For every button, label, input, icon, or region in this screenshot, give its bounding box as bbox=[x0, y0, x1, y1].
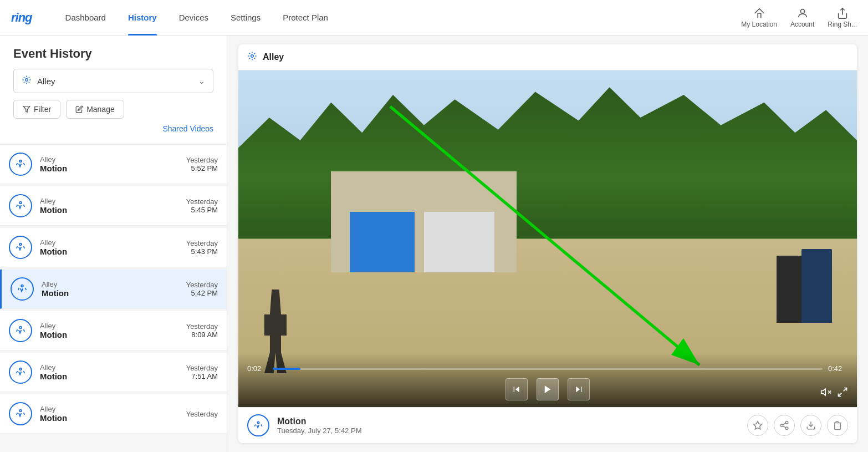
event-item-3[interactable]: Alley Motion Yesterday 5:43 PM bbox=[0, 228, 227, 267]
sidebar-header: Event History Alley ⌄ Filter Manage Shar… bbox=[0, 35, 227, 145]
logo[interactable]: ring bbox=[11, 11, 32, 25]
fullscreen-button[interactable] bbox=[837, 387, 848, 400]
svg-marker-14 bbox=[515, 387, 519, 393]
video-controls: 0:02 0:42 bbox=[238, 353, 857, 407]
current-time: 0:02 bbox=[247, 364, 267, 373]
event-icon-circle-5 bbox=[9, 319, 32, 342]
event-icon-circle-2 bbox=[9, 194, 32, 217]
svg-point-9 bbox=[19, 368, 22, 370]
event-info-4: Alley Motion bbox=[42, 280, 186, 298]
svg-point-10 bbox=[19, 410, 22, 412]
svg-point-5 bbox=[19, 202, 22, 204]
event-time-col-7: Yesterday bbox=[186, 410, 218, 418]
event-date-2: Yesterday bbox=[186, 197, 218, 206]
event-type-7: Motion bbox=[40, 413, 186, 423]
chevron-down-icon: ⌄ bbox=[198, 77, 205, 85]
video-footer-date: Tuesday, July 27, 5:42 PM bbox=[277, 426, 747, 435]
nav-settings[interactable]: Settings bbox=[219, 0, 272, 35]
play-button[interactable] bbox=[537, 378, 559, 400]
event-time-col-6: Yesterday 7:51 AM bbox=[186, 364, 218, 380]
account-label: Account bbox=[790, 21, 814, 28]
mute-button[interactable] bbox=[820, 387, 831, 400]
event-info-7: Alley Motion bbox=[40, 405, 186, 423]
garbage-bin-2 bbox=[801, 249, 833, 323]
video-container[interactable]: 0:02 0:42 bbox=[238, 70, 857, 407]
svg-line-23 bbox=[839, 393, 842, 397]
video-card: Alley bbox=[238, 44, 857, 443]
event-date-4: Yesterday bbox=[186, 281, 218, 289]
event-time-5: 8:09 AM bbox=[186, 331, 218, 339]
nav-devices[interactable]: Devices bbox=[168, 0, 219, 35]
event-info-2: Alley Motion bbox=[40, 197, 186, 215]
event-date-6: Yesterday bbox=[186, 364, 218, 372]
device-select-label: Alley bbox=[37, 77, 198, 86]
download-button[interactable] bbox=[800, 415, 821, 436]
event-item-7[interactable]: Alley Motion Yesterday bbox=[0, 394, 227, 434]
event-device-1: Alley bbox=[40, 155, 186, 164]
manage-icon bbox=[75, 105, 83, 113]
svg-point-11 bbox=[251, 55, 254, 58]
nav-dashboard[interactable]: Dashboard bbox=[54, 0, 117, 35]
svg-marker-16 bbox=[545, 385, 551, 393]
event-type-6: Motion bbox=[40, 372, 186, 381]
event-info-5: Alley Motion bbox=[40, 322, 186, 339]
event-time-6: 7:51 AM bbox=[186, 372, 218, 380]
my-location-label: My Location bbox=[741, 21, 777, 28]
progress-bar[interactable] bbox=[273, 368, 823, 370]
event-device-4: Alley bbox=[42, 280, 186, 288]
home-icon bbox=[753, 7, 765, 19]
nav-protect-plan[interactable]: Protect Plan bbox=[272, 0, 339, 35]
ring-share-label: Ring Sh... bbox=[828, 21, 857, 28]
event-time-2: 5:45 PM bbox=[186, 206, 218, 214]
video-card-title: Alley bbox=[263, 52, 284, 62]
delete-button[interactable] bbox=[827, 415, 848, 436]
video-footer: Motion Tuesday, July 27, 5:42 PM bbox=[238, 407, 857, 443]
event-item-1[interactable]: Alley Motion Yesterday 5:52 PM bbox=[0, 145, 227, 184]
event-item-2[interactable]: Alley Motion Yesterday 5:45 PM bbox=[0, 186, 227, 226]
my-location-button[interactable]: My Location bbox=[741, 7, 777, 28]
svg-point-27 bbox=[780, 424, 783, 427]
svg-marker-17 bbox=[576, 387, 580, 393]
ring-share-icon bbox=[836, 7, 849, 19]
motion-footer-icon bbox=[253, 420, 264, 431]
skip-back-button[interactable] bbox=[506, 378, 528, 400]
shared-videos-link[interactable]: Shared Videos bbox=[13, 119, 213, 135]
event-item-6[interactable]: Alley Motion Yesterday 7:51 AM bbox=[0, 353, 227, 392]
video-footer-actions bbox=[747, 415, 848, 436]
total-time: 0:42 bbox=[828, 364, 848, 373]
event-device-5: Alley bbox=[40, 322, 186, 330]
event-device-6: Alley bbox=[40, 363, 186, 372]
video-footer-type: Motion bbox=[277, 417, 747, 426]
star-button[interactable] bbox=[747, 415, 768, 436]
person-icon bbox=[796, 7, 809, 19]
ring-share-button[interactable]: Ring Sh... bbox=[828, 7, 857, 28]
event-date-1: Yesterday bbox=[186, 156, 218, 164]
main-layout: Event History Alley ⌄ Filter Manage Shar… bbox=[0, 35, 868, 452]
skip-forward-button[interactable] bbox=[568, 378, 590, 400]
manage-button[interactable]: Manage bbox=[66, 100, 124, 119]
star-icon bbox=[753, 420, 763, 430]
motion-icon bbox=[14, 408, 27, 420]
event-type-5: Motion bbox=[40, 330, 186, 339]
event-date-5: Yesterday bbox=[186, 322, 218, 331]
skip-forward-icon bbox=[574, 385, 583, 394]
device-select[interactable]: Alley ⌄ bbox=[13, 69, 213, 93]
main-nav: Dashboard History Devices Settings Prote… bbox=[54, 0, 742, 35]
download-icon bbox=[806, 420, 816, 430]
share-button[interactable] bbox=[774, 415, 795, 436]
svg-marker-19 bbox=[821, 389, 826, 395]
sidebar: Event History Alley ⌄ Filter Manage Shar… bbox=[0, 35, 227, 452]
sidebar-title: Event History bbox=[13, 47, 213, 61]
header: ring Dashboard History Devices Settings … bbox=[0, 0, 868, 35]
progress-fill bbox=[273, 368, 300, 370]
svg-line-30 bbox=[783, 423, 785, 425]
event-type-4: Motion bbox=[42, 288, 186, 298]
account-button[interactable]: Account bbox=[790, 7, 814, 28]
event-date-7: Yesterday bbox=[186, 410, 218, 418]
event-item-4[interactable]: Alley Motion Yesterday 5:42 PM bbox=[0, 270, 227, 309]
event-item-5[interactable]: Alley Motion Yesterday 8:09 AM bbox=[0, 311, 227, 351]
nav-history[interactable]: History bbox=[117, 0, 168, 35]
filter-button[interactable]: Filter bbox=[13, 100, 60, 119]
svg-marker-25 bbox=[754, 421, 762, 429]
event-info-1: Alley Motion bbox=[40, 155, 186, 173]
